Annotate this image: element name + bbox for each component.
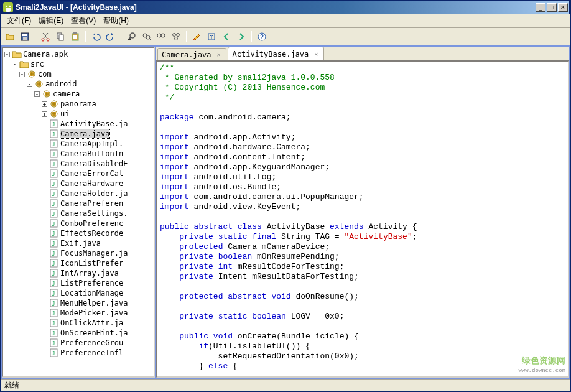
tree-item[interactable]: JCameraDisabledE <box>4 159 152 169</box>
tab-activitybase[interactable]: ActivityBase.java✕ <box>228 47 324 60</box>
tree-toggle-icon[interactable]: - <box>34 91 40 97</box>
java-icon: J <box>49 319 59 327</box>
svg-text:J: J <box>52 281 55 287</box>
java-icon: J <box>49 338 59 347</box>
editor: Camera.java✕ ActivityBase.java✕ /** * Ge… <box>156 47 569 378</box>
tree-item[interactable]: JComboPreferenc <box>4 218 152 228</box>
svg-rect-11 <box>73 35 77 39</box>
svg-text:J: J <box>52 141 55 147</box>
highlight-button[interactable] <box>190 30 203 44</box>
save-button[interactable] <box>18 30 32 44</box>
help-button[interactable]: ? <box>255 30 269 44</box>
java-icon: J <box>49 209 59 218</box>
tree-item[interactable]: +panorama <box>4 99 152 109</box>
java-icon: J <box>49 279 59 287</box>
close-button[interactable]: ✕ <box>558 3 568 12</box>
java-icon: J <box>49 169 59 178</box>
find-next-button[interactable] <box>139 30 153 44</box>
find-all-button[interactable] <box>169 30 183 44</box>
cut-button[interactable] <box>39 30 52 44</box>
svg-text:J: J <box>52 231 55 237</box>
copy-button[interactable] <box>53 30 67 44</box>
tree-toggle-icon[interactable]: - <box>19 72 25 77</box>
tree-item[interactable]: -Camera.apk <box>4 49 152 59</box>
tree-item[interactable]: -com <box>4 69 152 79</box>
tree-item[interactable]: -android <box>4 79 152 89</box>
tab-camera[interactable]: Camera.java✕ <box>157 48 226 60</box>
maximize-button[interactable]: □ <box>547 3 557 12</box>
tree-label: camera <box>53 90 80 98</box>
tree-item[interactable]: -camera <box>4 89 152 99</box>
paste-button[interactable] <box>68 30 82 44</box>
tree-item[interactable]: JPreferenceGrou <box>4 338 152 348</box>
tree-item[interactable]: JOnClickAttr.ja <box>4 318 152 328</box>
menu-file[interactable]: 文件(F) <box>3 14 35 27</box>
tree-item[interactable]: JCameraErrorCal <box>4 169 152 179</box>
svg-line-21 <box>157 37 158 38</box>
svg-point-23 <box>177 33 180 36</box>
tree-item[interactable]: JOnScreenHint.ja <box>4 328 152 338</box>
tree-item[interactable]: JPreferenceInfl <box>4 348 152 358</box>
tree-item[interactable]: JListPreference <box>4 278 152 288</box>
pkg-icon <box>49 100 59 108</box>
svg-rect-15 <box>128 39 131 40</box>
tree-item[interactable]: JEffectsRecorde <box>4 228 152 238</box>
tree-item[interactable]: JActivityBase.ja <box>4 119 152 129</box>
minimize-button[interactable]: _ <box>536 3 545 12</box>
tree-item[interactable]: JCameraButtonIn <box>4 149 152 159</box>
tree-item[interactable]: JCameraHardware <box>4 179 152 189</box>
java-icon: J <box>49 299 59 307</box>
java-icon: J <box>49 239 59 248</box>
pkg-icon <box>34 80 44 88</box>
folder-icon <box>19 60 29 68</box>
menu-edit[interactable]: 编辑(E) <box>35 14 67 27</box>
java-icon: J <box>49 269 59 278</box>
code-editor[interactable]: /** * Generated by smali2java 1.0.0.558 … <box>156 60 569 378</box>
status-text: 就绪 <box>4 380 19 391</box>
tree-item[interactable]: JExif.java <box>4 238 152 248</box>
tree-toggle-icon[interactable]: - <box>27 82 32 87</box>
svg-text:J: J <box>52 171 55 177</box>
tree-label: CameraPreferen <box>60 199 123 208</box>
tree-item[interactable]: JCameraAppImpl. <box>4 139 152 149</box>
tab-close-icon[interactable]: ✕ <box>312 50 320 58</box>
goto-button[interactable] <box>205 30 218 44</box>
svg-text:?: ? <box>260 34 264 40</box>
tree-item[interactable]: JCameraHolder.ja <box>4 189 152 198</box>
tree-toggle-icon[interactable]: + <box>42 101 47 107</box>
tree-label: src <box>30 60 44 68</box>
tree-item[interactable]: -src <box>4 59 152 69</box>
svg-text:J: J <box>52 340 55 347</box>
tree-item[interactable]: JIntArray.java <box>4 268 152 278</box>
tree-toggle-icon[interactable]: + <box>42 111 47 117</box>
tree-item[interactable]: JModePicker.java <box>4 308 152 318</box>
project-tree[interactable]: -Camera.apk-src-com-android-camera+panor… <box>2 47 155 378</box>
tree-item[interactable]: JIconListPrefer <box>4 258 152 268</box>
tree-item[interactable]: JLocationManage <box>4 288 152 298</box>
tree-item[interactable]: +ui <box>4 109 152 119</box>
tree-item[interactable]: JCamera.java <box>4 129 152 139</box>
tree-item[interactable]: JFocusManager.ja <box>4 248 152 258</box>
java-icon: J <box>49 179 59 188</box>
find-button[interactable] <box>124 30 138 44</box>
tree-toggle-icon[interactable]: - <box>12 62 17 67</box>
tab-close-icon[interactable]: ✕ <box>215 51 222 58</box>
menu-help[interactable]: 帮助(H) <box>100 14 132 27</box>
java-icon: J <box>49 249 59 258</box>
tree-toggle-icon[interactable]: - <box>4 52 10 57</box>
tab-row: Camera.java✕ ActivityBase.java✕ <box>156 47 569 60</box>
java-icon: J <box>49 329 59 337</box>
tree-item[interactable]: JCameraSettings. <box>4 208 152 218</box>
open-button[interactable] <box>3 30 17 44</box>
nav-back-button[interactable] <box>220 30 233 44</box>
nav-fwd-button[interactable] <box>234 30 248 44</box>
redo-button[interactable] <box>104 30 118 44</box>
tree-item[interactable]: JCameraPreferen <box>4 198 152 208</box>
tree-item[interactable]: JMenuHelper.java <box>4 298 152 308</box>
find-prev-button[interactable] <box>154 30 168 44</box>
menu-view[interactable]: 查看(V) <box>67 14 100 27</box>
tree-label: PreferenceGrou <box>60 338 123 347</box>
tree-label: CameraHardware <box>60 179 123 188</box>
undo-button[interactable] <box>89 30 103 44</box>
tree-label: ActivityBase.ja <box>60 119 128 128</box>
